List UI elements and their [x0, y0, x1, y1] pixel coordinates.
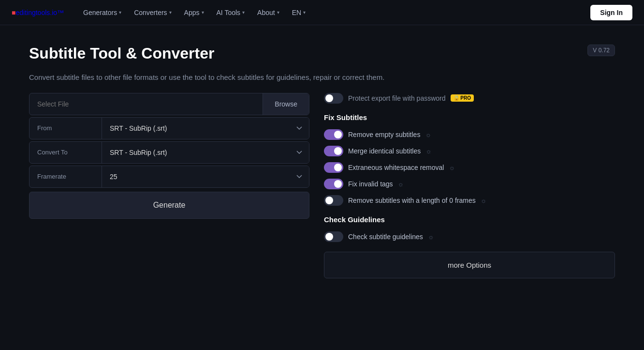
info-icon[interactable]: ☼ [428, 233, 434, 241]
toggle-label: Fix invalid tags [348, 180, 393, 188]
fix-toggle-4[interactable] [324, 195, 343, 206]
from-label: From [29, 118, 102, 139]
chevron-down-icon: ▾ [242, 10, 245, 15]
page-title: Subtitle Tool & Converter [29, 45, 214, 62]
convert-to-row: Convert To SRT - SubRip (.srt)ASS - Adva… [29, 141, 309, 164]
nav-ai-tools[interactable]: AI Tools ▾ [211, 6, 251, 19]
logo[interactable]: ■editingtools.io™ [12, 9, 64, 16]
toggle-label: Check subtitle guidelines [348, 233, 423, 241]
options-panel: Protect export file with password 🔒 PRO … [324, 93, 615, 278]
from-select[interactable]: SRT - SubRip (.srt)ASS - Advanced SubSta… [102, 118, 309, 139]
fix-toggle-3[interactable] [324, 179, 343, 189]
content-row: Browse From SRT - SubRip (.srt)ASS - Adv… [29, 93, 615, 278]
check-guidelines-list: Check subtitle guidelines☼ [324, 231, 615, 242]
page-subtitle: Convert subtitle files to other file for… [29, 72, 615, 83]
check-guidelines-section: Check Guidelines Check subtitle guidelin… [324, 215, 615, 242]
toggle-row: Remove subtitles with a length of 0 fram… [324, 195, 615, 206]
nav-right: Sign In [590, 5, 632, 20]
browse-button[interactable]: Browse [263, 93, 309, 115]
nav-language[interactable]: EN ▾ [286, 6, 311, 19]
framerate-label: Framerate [29, 166, 102, 187]
more-options-button[interactable]: more Options [324, 252, 615, 278]
sign-in-button[interactable]: Sign In [590, 5, 632, 20]
info-icon[interactable]: ☼ [425, 131, 431, 138]
pro-badge: 🔒 PRO [451, 94, 474, 102]
password-toggle[interactable] [324, 93, 343, 104]
info-icon[interactable]: ☼ [398, 180, 404, 188]
chevron-down-icon: ▾ [119, 10, 121, 15]
navbar: ■editingtools.io™ Generators ▾ Converter… [0, 0, 644, 25]
fix-toggle-2[interactable] [324, 162, 343, 173]
info-icon[interactable]: ☼ [449, 164, 455, 171]
form-section: Browse From SRT - SubRip (.srt)ASS - Adv… [29, 93, 309, 219]
nav-generators[interactable]: Generators ▾ [77, 6, 127, 19]
from-row: From SRT - SubRip (.srt)ASS - Advanced S… [29, 117, 309, 139]
toggle-row: Remove empty subtitles☼ [324, 129, 615, 140]
toggle-label: Remove subtitles with a length of 0 fram… [348, 197, 476, 204]
toggle-row: Extraneous whitespace removal☼ [324, 162, 615, 173]
nav-apps[interactable]: Apps ▾ [178, 6, 210, 19]
logo-text: ■editingtools.io™ [12, 9, 64, 16]
fix-toggle-1[interactable] [324, 146, 343, 156]
convert-to-label: Convert To [29, 142, 102, 163]
password-row: Protect export file with password 🔒 PRO [324, 93, 615, 104]
check-toggle-0[interactable] [324, 231, 343, 242]
file-input[interactable] [29, 93, 263, 115]
fix-subtitles-title: Fix Subtitles [324, 113, 615, 122]
chevron-down-icon: ▾ [277, 10, 279, 15]
chevron-down-icon: ▾ [169, 10, 172, 15]
info-icon[interactable]: ☼ [481, 197, 487, 204]
toggle-row: Fix invalid tags☼ [324, 179, 615, 189]
fix-subtitles-section: Fix Subtitles Remove empty subtitles☼Mer… [324, 113, 615, 206]
toggle-label: Remove empty subtitles [348, 131, 420, 138]
info-icon[interactable]: ☼ [425, 147, 432, 155]
nav-items: Generators ▾ Converters ▾ Apps ▾ AI Tool… [77, 6, 588, 19]
generate-button[interactable]: Generate [29, 192, 309, 219]
fix-toggle-0[interactable] [324, 129, 343, 140]
chevron-down-icon: ▾ [202, 10, 204, 15]
password-label: Protect export file with password [348, 94, 446, 102]
toggle-label: Extraneous whitespace removal [348, 164, 444, 171]
file-input-row: Browse [29, 93, 309, 115]
toggle-row: Merge identical subtitles☼ [324, 146, 615, 156]
fix-subtitles-list: Remove empty subtitles☼Merge identical s… [324, 129, 615, 206]
nav-about[interactable]: About ▾ [251, 6, 285, 19]
page-header: Subtitle Tool & Converter V 0.72 [29, 45, 615, 62]
toggle-label: Merge identical subtitles [348, 147, 421, 155]
check-guidelines-title: Check Guidelines [324, 215, 615, 224]
version-badge: V 0.72 [587, 45, 615, 56]
chevron-down-icon: ▾ [303, 10, 306, 15]
main-content: Subtitle Tool & Converter V 0.72 Convert… [0, 25, 644, 298]
framerate-row: Framerate 23.976242529.97305059.9460 [29, 166, 309, 188]
nav-converters[interactable]: Converters ▾ [128, 6, 177, 19]
framerate-select[interactable]: 23.976242529.97305059.9460 [102, 166, 309, 187]
convert-to-select[interactable]: SRT - SubRip (.srt)ASS - Advanced SubSta… [102, 142, 309, 163]
toggle-row: Check subtitle guidelines☼ [324, 231, 615, 242]
